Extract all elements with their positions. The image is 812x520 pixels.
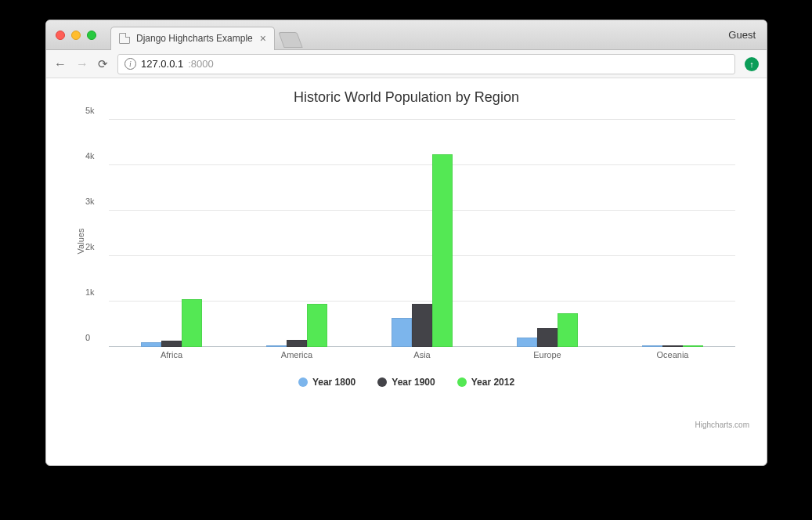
bar[interactable]	[432, 154, 453, 348]
tab-title: Django Highcharts Example	[136, 33, 253, 44]
bar[interactable]	[392, 318, 412, 347]
minimize-window-icon[interactable]	[71, 31, 81, 40]
browser-window: Django Highcharts Example × Guest ← → ⟳ …	[45, 20, 767, 466]
browser-tab[interactable]: Django Highcharts Example ×	[110, 27, 275, 50]
y-tick-label: 3k	[85, 197, 95, 206]
y-axis-label: Values	[76, 229, 85, 255]
bar-group	[359, 120, 485, 347]
back-icon[interactable]: ←	[54, 57, 67, 71]
page-icon	[119, 33, 130, 44]
bar[interactable]	[161, 341, 182, 347]
bar[interactable]	[537, 328, 558, 347]
chart-credit[interactable]: Highcharts.com	[695, 421, 749, 429]
legend-item[interactable]: Year 1800	[298, 377, 355, 388]
bar[interactable]	[182, 299, 202, 347]
bar[interactable]	[517, 338, 537, 347]
legend-item[interactable]: Year 1900	[377, 377, 435, 388]
x-tick-label: Asia	[359, 347, 485, 363]
y-tick-label: 2k	[85, 242, 95, 251]
bar-group	[109, 120, 234, 347]
profile-label[interactable]: Guest	[728, 29, 756, 41]
x-axis-labels: AfricaAmericaAsiaEuropeOceania	[109, 347, 735, 363]
new-tab-button[interactable]	[278, 32, 302, 48]
y-tick-label: 0	[85, 333, 90, 342]
bar[interactable]	[287, 340, 307, 347]
legend-label: Year 1800	[312, 377, 355, 388]
forward-icon: →	[76, 57, 88, 71]
chart-area: Values 01k2k3k4k5k AfricaAmericaAsiaEuro…	[109, 120, 735, 363]
legend-item[interactable]: Year 2012	[457, 377, 514, 388]
legend-label: Year 1900	[392, 377, 435, 388]
bar-group	[610, 120, 735, 347]
legend-swatch-icon	[298, 377, 308, 387]
x-tick-label: Europe	[485, 347, 610, 363]
extension-icon[interactable]: ↑	[745, 57, 759, 71]
legend-swatch-icon	[457, 377, 467, 387]
url-port: :8000	[188, 58, 214, 70]
window-controls	[46, 31, 96, 40]
x-tick-label: Africa	[109, 347, 234, 363]
bar[interactable]	[307, 304, 327, 347]
y-tick-label: 4k	[85, 151, 95, 161]
page-content: Historic World Population by Region Valu…	[46, 78, 767, 465]
chart-plot	[109, 120, 735, 347]
reload-icon[interactable]: ⟳	[98, 57, 108, 71]
y-tick-label: 5k	[85, 106, 95, 115]
bar[interactable]	[412, 304, 432, 347]
y-tick-label: 1k	[85, 287, 95, 297]
address-bar[interactable]: i 127.0.0.1:8000	[117, 54, 735, 74]
site-info-icon[interactable]: i	[125, 58, 136, 70]
chart-title: Historic World Population by Region	[62, 89, 751, 106]
bar-group	[234, 120, 359, 347]
bar-group	[485, 120, 610, 347]
close-window-icon[interactable]	[56, 31, 65, 40]
maximize-window-icon[interactable]	[87, 31, 96, 40]
legend-swatch-icon	[377, 377, 387, 387]
url-host: 127.0.0.1	[141, 58, 183, 70]
legend-label: Year 2012	[471, 377, 514, 388]
titlebar: Django Highcharts Example × Guest	[46, 20, 767, 50]
bar[interactable]	[558, 313, 578, 347]
toolbar: ← → ⟳ i 127.0.0.1:8000 ↑	[46, 50, 767, 78]
chart-legend: Year 1800Year 1900Year 2012	[62, 377, 751, 388]
close-tab-icon[interactable]: ×	[260, 32, 266, 45]
x-tick-label: America	[234, 347, 359, 363]
x-tick-label: Oceania	[610, 347, 735, 363]
